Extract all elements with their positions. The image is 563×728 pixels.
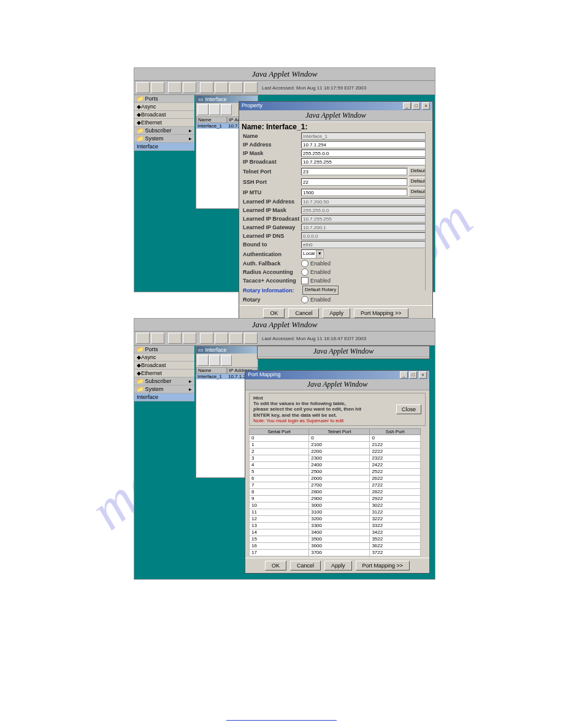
pm-cell[interactable]: 2 bbox=[250, 448, 309, 455]
pm-cell[interactable]: 11 bbox=[250, 509, 309, 515]
pm-row[interactable]: 323002322 bbox=[250, 455, 421, 461]
pm-cell[interactable]: 3300 bbox=[309, 522, 370, 529]
toolbar-default-button[interactable] bbox=[183, 82, 196, 93]
pm-cell[interactable]: 9 bbox=[250, 495, 309, 502]
pm-cell[interactable]: 2222 bbox=[370, 448, 421, 455]
pm-cell[interactable]: 3400 bbox=[309, 529, 370, 536]
pm-row[interactable]: 525002522 bbox=[250, 468, 421, 475]
tree-broadcast[interactable]: ◆Broadcast bbox=[134, 111, 194, 119]
pm-cell[interactable]: 2822 bbox=[370, 488, 421, 495]
toolbar-button[interactable] bbox=[151, 82, 164, 93]
pm-cell[interactable]: 0 bbox=[309, 434, 370, 441]
tree-ports[interactable]: 📁 Ports bbox=[134, 95, 194, 103]
pm-cell[interactable]: 3700 bbox=[309, 549, 370, 556]
pm-cell[interactable]: 0 bbox=[250, 434, 309, 441]
pm-row[interactable]: 1636003622 bbox=[250, 542, 421, 549]
default-rotary-button[interactable]: Default Rotary bbox=[302, 286, 339, 295]
tree-system[interactable]: 📁 System▸ bbox=[134, 385, 194, 393]
pm-cell[interactable]: 2322 bbox=[370, 455, 421, 461]
radio-radius[interactable] bbox=[301, 268, 308, 276]
field-mask[interactable]: 255.255.0.0 bbox=[301, 150, 429, 157]
pm-portmapping-button[interactable]: Port Mapping >> bbox=[356, 561, 410, 571]
pm-cell[interactable]: 8 bbox=[250, 488, 309, 495]
port-mapping-button[interactable]: Port Mapping >> bbox=[354, 308, 408, 318]
pm-cell[interactable]: 2922 bbox=[370, 495, 421, 502]
pm-cell[interactable]: 2900 bbox=[309, 495, 370, 502]
close-button[interactable]: × bbox=[419, 371, 427, 379]
pm-cell[interactable]: 2700 bbox=[309, 482, 370, 488]
pm-col-serial[interactable]: Serial Port bbox=[250, 428, 309, 434]
footer-link-underline[interactable] bbox=[226, 720, 337, 721]
field-mtu[interactable]: 1500 bbox=[301, 189, 407, 196]
toolbar-cli-button[interactable] bbox=[215, 333, 228, 344]
pm-ok-button[interactable]: OK bbox=[265, 561, 286, 571]
toolbar-reboot-button[interactable] bbox=[200, 333, 213, 344]
pm-cell[interactable]: 3000 bbox=[309, 502, 370, 509]
pm-cell[interactable]: 3322 bbox=[370, 522, 421, 529]
toolbar-reboot-button[interactable] bbox=[200, 82, 213, 93]
close-button[interactable]: × bbox=[422, 102, 430, 110]
tree-ethernet[interactable]: ◆Ethernet bbox=[134, 119, 194, 127]
pm-cell[interactable]: 5 bbox=[250, 468, 309, 475]
check-tacacs[interactable] bbox=[301, 277, 308, 284]
maximize-button[interactable]: □ bbox=[409, 371, 417, 379]
pm-row[interactable]: 727002722 bbox=[250, 482, 421, 488]
pm-row[interactable]: 1030003022 bbox=[250, 502, 421, 509]
pm-row[interactable]: 828002822 bbox=[250, 488, 421, 495]
pm-row[interactable]: 1232003222 bbox=[250, 515, 421, 522]
select-auth[interactable]: Local bbox=[301, 249, 324, 259]
tree-async[interactable]: ◆Async bbox=[134, 103, 194, 111]
pm-cell[interactable]: 6 bbox=[250, 475, 309, 482]
tree-system[interactable]: 📁 System▸ bbox=[134, 135, 194, 143]
tree-interface[interactable]: Interface bbox=[134, 393, 194, 401]
hint-close-button[interactable]: Close bbox=[396, 404, 421, 414]
tree-interface[interactable]: Interface bbox=[134, 143, 194, 151]
pm-cell[interactable]: 3022 bbox=[370, 502, 421, 509]
tree-broadcast[interactable]: ◆Broadcast bbox=[134, 362, 194, 370]
property-scrollbar[interactable] bbox=[425, 132, 432, 290]
toolbar-button[interactable] bbox=[151, 333, 164, 344]
pm-cell[interactable]: 2622 bbox=[370, 475, 421, 482]
pm-cell[interactable]: 7 bbox=[250, 482, 309, 488]
pm-cell[interactable]: 3200 bbox=[309, 515, 370, 522]
pm-row[interactable]: 000 bbox=[250, 434, 421, 441]
iface-new-button[interactable] bbox=[197, 355, 209, 366]
pm-col-telnet[interactable]: Telnet Port bbox=[309, 428, 370, 434]
pm-row[interactable]: 222002222 bbox=[250, 448, 421, 455]
minimize-button[interactable]: _ bbox=[400, 371, 408, 379]
pm-row[interactable]: 1333003322 bbox=[250, 522, 421, 529]
tree-subscriber[interactable]: 📁 Subscriber▸ bbox=[134, 377, 194, 385]
pm-cell[interactable]: 3422 bbox=[370, 529, 421, 536]
tree-ethernet[interactable]: ◆Ethernet bbox=[134, 370, 194, 377]
iface-col-name[interactable]: Name bbox=[196, 367, 227, 374]
pm-row[interactable]: 121002122 bbox=[250, 441, 421, 448]
field-ip[interactable]: 10.7.1.254 bbox=[301, 141, 429, 148]
pm-cell[interactable]: 3600 bbox=[309, 542, 370, 549]
pm-apply-button[interactable]: Apply bbox=[324, 561, 352, 571]
pm-cell[interactable]: 16 bbox=[250, 542, 309, 549]
pm-cell[interactable]: 3 bbox=[250, 455, 309, 461]
tree-subscriber[interactable]: 📁 Subscriber▸ bbox=[134, 127, 194, 135]
pm-cell[interactable]: 2400 bbox=[309, 461, 370, 468]
pm-cell[interactable]: 2722 bbox=[370, 482, 421, 488]
pm-cell[interactable]: 2800 bbox=[309, 488, 370, 495]
pm-cell[interactable]: 12 bbox=[250, 515, 309, 522]
pm-cell[interactable]: 17 bbox=[250, 549, 309, 556]
toolbar-help-button[interactable] bbox=[244, 333, 258, 344]
field-telnet[interactable]: 23 bbox=[301, 168, 407, 175]
pm-cell[interactable]: 3522 bbox=[370, 536, 421, 542]
iface-edit-button[interactable] bbox=[209, 355, 220, 366]
toolbar-save-button[interactable] bbox=[168, 333, 182, 344]
toolbar-help-button[interactable] bbox=[244, 82, 258, 93]
pm-cell[interactable]: 2422 bbox=[370, 461, 421, 468]
minimize-button[interactable]: _ bbox=[403, 102, 411, 110]
pm-cell[interactable]: 1 bbox=[250, 441, 309, 448]
field-ssh[interactable]: 22 bbox=[301, 178, 407, 186]
iface-col-name[interactable]: Name bbox=[196, 116, 227, 123]
pm-cell[interactable]: 2500 bbox=[309, 468, 370, 475]
apply-button[interactable]: Apply bbox=[323, 308, 350, 318]
iface-new-button[interactable] bbox=[197, 104, 209, 115]
pm-cell[interactable]: 2122 bbox=[370, 441, 421, 448]
toolbar-logout-button[interactable] bbox=[136, 82, 150, 93]
pm-cell[interactable]: 3622 bbox=[370, 542, 421, 549]
